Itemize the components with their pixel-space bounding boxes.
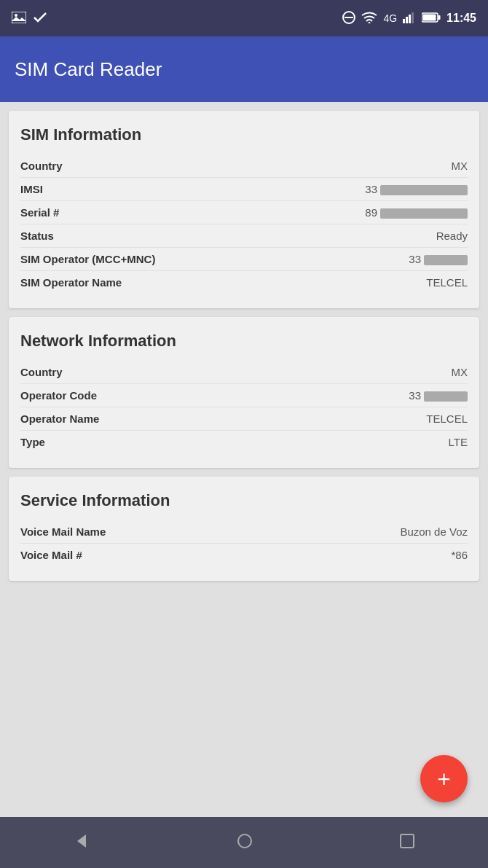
wifi-icon — [361, 12, 377, 26]
voicemail-name-label: Voice Mail Name — [20, 525, 106, 538]
net-type-value: LTE — [449, 436, 468, 448]
network-type-label: 4G — [383, 12, 397, 24]
svg-point-13 — [238, 834, 251, 848]
net-country-label: Country — [20, 366, 63, 378]
main-content: SIM Information Country MX IMSI 33 Seria… — [0, 102, 488, 817]
sim-operator-label: SIM Operator (MCC+MNC) — [20, 253, 155, 265]
sim-operator-name-value: TELCEL — [426, 276, 468, 289]
table-row: Operator Name TELCEL — [20, 407, 468, 431]
sim-status-value: Ready — [436, 230, 468, 242]
svg-rect-10 — [438, 15, 441, 20]
svg-rect-6 — [406, 17, 408, 23]
net-operator-code-label: Operator Code — [20, 389, 97, 402]
svg-rect-5 — [403, 19, 405, 23]
fab-plus-icon: + — [437, 767, 451, 791]
nav-back-button[interactable] — [74, 833, 90, 852]
battery-icon — [422, 12, 441, 25]
sim-operator-name-label: SIM Operator Name — [20, 276, 122, 289]
image-icon — [12, 12, 26, 26]
status-bar-right: 4G 11:45 — [342, 11, 476, 26]
nav-home-button[interactable] — [237, 833, 253, 852]
svg-rect-7 — [409, 15, 411, 23]
table-row: Serial # 89 — [20, 201, 468, 224]
table-row: Status Ready — [20, 224, 468, 248]
fab-button[interactable]: + — [420, 755, 468, 802]
svg-rect-14 — [401, 834, 414, 848]
signal-icon — [403, 12, 416, 26]
net-operator-name-label: Operator Name — [20, 413, 99, 425]
sim-status-label: Status — [20, 230, 54, 242]
app-bar: SIM Card Reader — [0, 36, 488, 102]
svg-rect-0 — [12, 12, 26, 23]
svg-rect-8 — [412, 12, 414, 23]
service-info-title: Service Information — [20, 491, 468, 510]
svg-rect-11 — [423, 14, 436, 20]
table-row: SIM Operator Name TELCEL — [20, 271, 468, 294]
check-icon — [34, 12, 47, 25]
net-operator-code-value: 33 — [409, 389, 468, 402]
bottom-nav — [0, 817, 488, 868]
sim-country-value: MX — [452, 160, 468, 172]
svg-point-4 — [369, 22, 371, 23]
net-type-label: Type — [20, 436, 45, 448]
nav-recents-button[interactable] — [400, 834, 414, 851]
sim-serial-value: 89 — [365, 206, 468, 219]
svg-marker-12 — [77, 834, 86, 848]
status-time: 11:45 — [446, 12, 476, 25]
table-row: IMSI 33 — [20, 178, 468, 201]
net-country-value: MX — [452, 366, 468, 378]
sim-serial-label: Serial # — [20, 206, 59, 219]
table-row: Type LTE — [20, 431, 468, 453]
sim-imsi-value: 33 — [365, 183, 468, 195]
table-row: Country MX — [20, 361, 468, 384]
sim-info-title: SIM Information — [20, 125, 468, 144]
sim-imsi-label: IMSI — [20, 183, 43, 195]
table-row: Country MX — [20, 155, 468, 178]
sim-info-card: SIM Information Country MX IMSI 33 Seria… — [9, 111, 479, 308]
sim-country-label: Country — [20, 160, 63, 172]
app-title: SIM Card Reader — [15, 58, 162, 81]
table-row: Operator Code 33 — [20, 384, 468, 407]
table-row: Voice Mail Name Buzon de Voz — [20, 520, 468, 544]
table-row: SIM Operator (MCC+MNC) 33 — [20, 248, 468, 271]
status-bar-left — [12, 12, 47, 26]
voicemail-name-value: Buzon de Voz — [400, 525, 468, 538]
sim-operator-value: 33 — [409, 253, 468, 265]
net-operator-name-value: TELCEL — [426, 413, 468, 425]
voicemail-number-label: Voice Mail # — [20, 549, 82, 561]
block-icon — [342, 11, 355, 26]
table-row: Voice Mail # *86 — [20, 544, 468, 566]
network-info-card: Network Information Country MX Operator … — [9, 317, 479, 468]
service-info-card: Service Information Voice Mail Name Buzo… — [9, 477, 479, 581]
network-info-title: Network Information — [20, 332, 468, 351]
svg-point-1 — [15, 14, 17, 17]
voicemail-number-value: *86 — [451, 549, 468, 561]
status-bar: 4G 11:45 — [0, 0, 488, 36]
